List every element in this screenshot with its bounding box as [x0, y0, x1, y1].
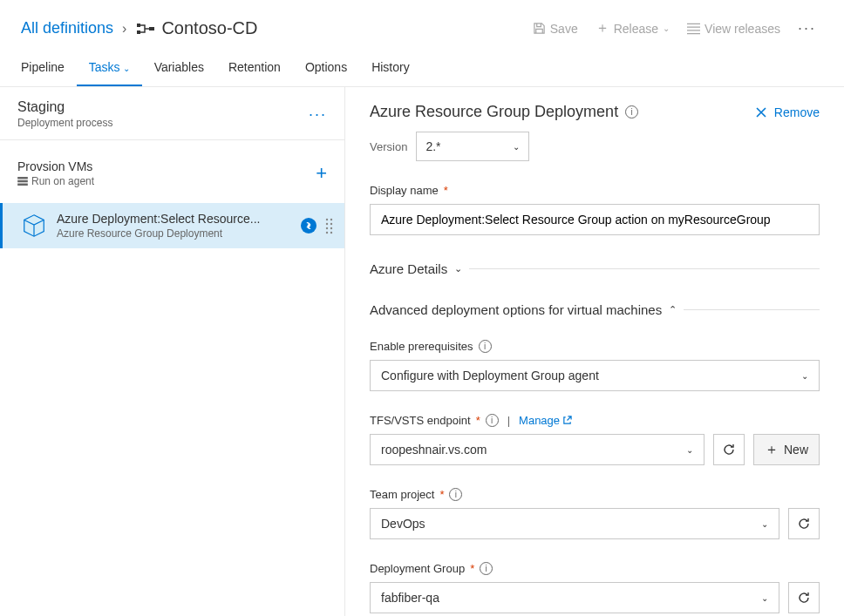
- pipeline-icon: [137, 22, 154, 36]
- version-label: Version: [370, 140, 407, 153]
- svg-rect-2: [149, 27, 154, 30]
- chevron-up-icon: ⌃: [669, 304, 677, 315]
- external-link-icon: [562, 416, 572, 425]
- tab-tasks[interactable]: Tasks⌄: [77, 51, 142, 86]
- svg-point-9: [330, 223, 332, 225]
- display-name-input[interactable]: [370, 204, 820, 235]
- left-panel: Staging Deployment process ··· Provsion …: [0, 87, 345, 616]
- link-settings-icon: [301, 218, 316, 234]
- pipeline-title: Contoso-CD: [161, 18, 257, 38]
- refresh-team-project-button[interactable]: [788, 508, 820, 539]
- plus-icon: ＋: [765, 441, 779, 459]
- refresh-endpoint-button[interactable]: [713, 434, 745, 465]
- chevron-down-icon: ⌄: [686, 445, 693, 455]
- tab-options[interactable]: Options: [293, 51, 359, 86]
- azure-cube-icon: [20, 212, 48, 240]
- refresh-icon: [722, 443, 736, 457]
- new-endpoint-button[interactable]: ＋ New: [753, 434, 820, 465]
- tab-pipeline[interactable]: Pipeline: [21, 51, 77, 86]
- team-project-select[interactable]: DevOps ⌄: [370, 508, 779, 539]
- svg-point-7: [330, 219, 332, 220]
- tabs: Pipeline Tasks⌄ Variables Retention Opti…: [0, 51, 844, 87]
- info-icon[interactable]: i: [479, 340, 492, 353]
- task-name: Azure Deployment:Select Resource...: [57, 212, 294, 226]
- tab-retention[interactable]: Retention: [216, 51, 293, 86]
- deployment-group-label: Deployment Group: [370, 562, 465, 575]
- stage-name: Staging: [17, 99, 112, 115]
- job-name: Provsion VMs: [17, 159, 94, 173]
- chevron-down-icon: ⌄: [123, 64, 130, 73]
- chevron-down-icon: ⌄: [801, 371, 808, 381]
- tab-variables[interactable]: Variables: [142, 51, 216, 86]
- agent-icon: [17, 177, 28, 186]
- add-task-button[interactable]: +: [316, 162, 327, 185]
- svg-rect-0: [137, 24, 140, 27]
- deployment-group-select[interactable]: fabfiber-qa ⌄: [370, 582, 779, 613]
- endpoint-label: TFS/VSTS endpoint: [370, 414, 471, 427]
- info-icon[interactable]: i: [449, 488, 462, 501]
- svg-point-12: [326, 232, 328, 234]
- display-name-label: Display name: [370, 184, 439, 197]
- azure-details-section[interactable]: Azure Details ⌄: [370, 261, 820, 276]
- chevron-down-icon: ⌄: [761, 593, 768, 603]
- save-button[interactable]: Save: [526, 18, 585, 39]
- refresh-deployment-group-button[interactable]: [788, 582, 820, 613]
- endpoint-select[interactable]: roopeshnair.vs.com ⌄: [370, 434, 704, 465]
- refresh-icon: [797, 591, 811, 605]
- svg-point-10: [326, 227, 328, 229]
- task-detail-panel: Azure Resource Group Deployment i Remove…: [345, 87, 844, 616]
- close-icon: [755, 106, 767, 118]
- chevron-down-icon: ⌄: [454, 263, 462, 274]
- svg-rect-3: [17, 177, 28, 179]
- refresh-icon: [797, 517, 811, 531]
- panel-heading: Azure Resource Group Deployment: [370, 103, 618, 121]
- svg-rect-4: [17, 180, 28, 183]
- breadcrumb: All definitions › Contoso-CD Save ＋ Rele…: [0, 0, 844, 51]
- prereq-label: Enable prerequisites: [370, 340, 473, 353]
- manage-endpoint-link[interactable]: Manage: [519, 414, 572, 427]
- task-item[interactable]: Azure Deployment:Select Resource... Azur…: [0, 203, 344, 248]
- team-project-label: Team project: [370, 488, 434, 501]
- chevron-right-icon: ›: [122, 21, 126, 37]
- stage-more-button[interactable]: ···: [309, 105, 327, 124]
- svg-point-11: [330, 227, 332, 229]
- svg-rect-5: [17, 184, 28, 186]
- svg-rect-1: [137, 30, 140, 34]
- svg-point-6: [326, 219, 328, 220]
- save-icon: [533, 22, 546, 35]
- version-select[interactable]: 2.* ⌄: [416, 132, 529, 161]
- info-icon[interactable]: i: [480, 562, 493, 575]
- prereq-select[interactable]: Configure with Deployment Group agent ⌄: [370, 360, 820, 391]
- svg-point-13: [330, 232, 332, 234]
- list-icon: [687, 23, 700, 35]
- tab-history[interactable]: History: [359, 51, 422, 86]
- drag-handle-icon[interactable]: [325, 217, 334, 234]
- chevron-down-icon: ⌄: [513, 142, 520, 152]
- chevron-down-icon: ⌄: [663, 24, 670, 33]
- view-releases-button[interactable]: View releases: [680, 18, 787, 39]
- advanced-options-section[interactable]: Advanced deployment options for virtual …: [370, 302, 820, 317]
- stage-header[interactable]: Staging Deployment process ···: [0, 87, 344, 140]
- plus-icon: ＋: [596, 19, 609, 37]
- job-subtitle: Run on agent: [31, 175, 94, 187]
- task-subtitle: Azure Resource Group Deployment: [57, 227, 294, 240]
- agent-job-row[interactable]: Provsion VMs Run on agent +: [0, 154, 344, 193]
- all-definitions-link[interactable]: All definitions: [21, 19, 113, 37]
- chevron-down-icon: ⌄: [761, 519, 768, 529]
- more-menu-button[interactable]: ···: [791, 19, 823, 37]
- svg-point-8: [326, 223, 328, 225]
- stage-subtitle: Deployment process: [17, 117, 112, 129]
- info-icon[interactable]: i: [486, 414, 499, 427]
- release-button[interactable]: ＋ Release ⌄: [589, 16, 677, 41]
- info-icon[interactable]: i: [625, 105, 638, 118]
- remove-task-button[interactable]: Remove: [755, 105, 820, 119]
